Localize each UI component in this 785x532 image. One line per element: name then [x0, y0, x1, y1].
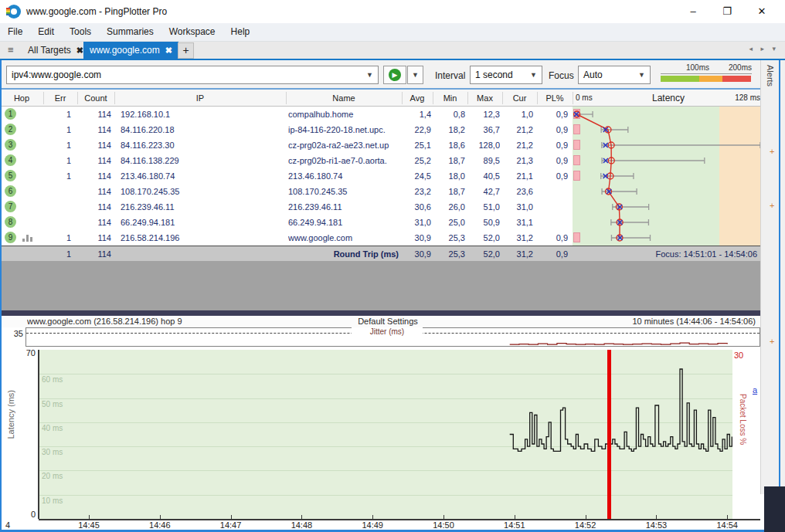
latency-header-min: 0 ms [576, 90, 607, 107]
round-trip-row[interactable]: 1 114 Round Trip (ms) 30,9 25,3 52,0 31,… [0, 246, 785, 261]
cell-cur: 21,3 [502, 153, 533, 168]
cell-avg: 30,6 [402, 199, 431, 215]
legend-segment [661, 76, 699, 82]
x-tick-label: 14:47 [214, 520, 248, 530]
menu-item-summaries[interactable]: Summaries [99, 23, 161, 41]
hop-latency-chart[interactable] [573, 107, 761, 246]
latency-axis-min: 0 [19, 510, 36, 519]
column-header-ip[interactable]: IP [114, 90, 286, 107]
column-header-min[interactable]: Min [433, 90, 467, 107]
x-tick-mark [231, 515, 232, 519]
cell-pl: 0,9 [537, 137, 568, 153]
cell-avg: 1,4 [402, 107, 431, 122]
cell-count: 114 [77, 184, 111, 199]
start-button[interactable]: ▶ [383, 66, 406, 84]
cell-err [43, 215, 71, 230]
focus-select[interactable]: Auto ▼ [578, 66, 651, 84]
column-header-name[interactable]: Name [286, 90, 402, 107]
splitter-expand-icon-2[interactable]: + [770, 201, 774, 210]
cell-avg: 22,9 [402, 122, 431, 137]
column-header-err[interactable]: Err [43, 90, 77, 107]
tab-all-targets[interactable]: All Targets✖ [22, 42, 90, 59]
app-logo-icon [7, 5, 21, 19]
alerts-tab[interactable]: Alerts [766, 65, 775, 86]
cell-max: 89,5 [467, 153, 500, 168]
cell-ip: 66.249.94.181 [121, 215, 283, 230]
new-tab-button[interactable]: + [178, 42, 194, 59]
menu-item-workspace[interactable]: Workspace [161, 23, 223, 41]
column-header-count[interactable]: Count [77, 90, 114, 107]
cell-cur: 1,0 [502, 107, 533, 122]
target-value: ipv4:www.google.com [12, 69, 101, 80]
hop-number-badge: 2 [5, 124, 16, 135]
summary-err: 1 [43, 246, 71, 262]
tab-www-google-com-label: www.google.com [90, 45, 160, 56]
tab-all-targets-close-icon[interactable]: ✖ [76, 46, 83, 55]
tab-scroll-arrows[interactable]: ◂ ▸ ▾ [749, 45, 779, 53]
timeline-settings-label[interactable]: Default Settings [295, 316, 481, 327]
column-header-pl[interactable]: PL% [537, 90, 573, 107]
cell-pl [537, 199, 568, 215]
right-edge [780, 60, 785, 486]
latency-header-title[interactable]: Latency [610, 90, 726, 107]
cell-max: 128,0 [467, 137, 500, 153]
focus-range-text: Focus: 14:51:01 - 14:54:06 [541, 246, 757, 262]
cell-err: 1 [43, 122, 71, 137]
hop-number-badge: 8 [5, 216, 16, 228]
hop-number-badge: 7 [5, 201, 16, 212]
cell-min: 18,0 [433, 168, 465, 184]
x-tick-mark [515, 515, 515, 519]
cell-count: 114 [77, 230, 111, 246]
menu-item-tools[interactable]: Tools [62, 23, 99, 41]
menu-item-help[interactable]: Help [223, 23, 258, 41]
interval-value: 1 second [475, 69, 513, 80]
menu-item-file[interactable]: File [0, 23, 30, 41]
cell-ip: 192.168.10.1 [121, 107, 283, 122]
tab-menu-icon[interactable]: ≡ [8, 44, 14, 56]
focus-dropdown-icon[interactable]: ▼ [638, 66, 645, 83]
cell-err: 1 [43, 137, 71, 153]
close-button[interactable]: ✕ [749, 3, 775, 20]
cell-ip: 84.116.223.30 [121, 137, 283, 153]
tab-www-google-com[interactable]: www.google.com✖ [83, 42, 178, 59]
hop-number-badge: 1 [5, 108, 16, 120]
x-tick-label: 14:51 [498, 520, 532, 530]
tab-www-google-com-close-icon[interactable]: ✖ [165, 46, 172, 55]
cell-cur: 31,1 [502, 215, 533, 230]
x-tick-label: 14:46 [143, 520, 177, 530]
menu-item-edit[interactable]: Edit [30, 23, 62, 41]
pane-splitter[interactable] [2, 261, 780, 310]
tab-bar: ≡ All Targets✖ www.google.com✖ + ◂ ▸ ▾ [0, 42, 785, 59]
latency-scale-legend: 100ms 200ms [661, 63, 752, 82]
focus-marker-line[interactable] [607, 350, 611, 519]
column-header-hop[interactable]: Hop [0, 90, 43, 107]
cell-avg: 25,1 [402, 137, 431, 153]
interval-select[interactable]: 1 second ▼ [470, 66, 542, 84]
pingplotter-window: www.google.com - PingPlotter Pro – ❐ ✕ F… [0, 0, 785, 532]
clipped-link-fragment[interactable]: a [753, 385, 757, 395]
maximize-button[interactable]: ❐ [714, 3, 740, 20]
x-tick-mark [301, 515, 302, 519]
packet-loss-axis-max: 30 [734, 351, 743, 360]
jitter-axis-max: 35 [6, 329, 23, 338]
summary-max: 52,0 [467, 246, 500, 262]
column-header-cur[interactable]: Cur [502, 90, 537, 107]
x-tick-label: 14:49 [355, 520, 389, 530]
cell-ip: 216.58.214.196 [121, 230, 283, 246]
cell-pl: 0,9 [537, 230, 568, 246]
cell-min: 25,0 [433, 215, 465, 230]
minimize-button[interactable]: – [680, 3, 706, 20]
target-dropdown-icon[interactable]: ▼ [366, 66, 373, 83]
column-header-max[interactable]: Max [467, 90, 502, 107]
legend-segment [699, 76, 722, 82]
column-header-avg[interactable]: Avg [402, 90, 433, 107]
start-options-dropdown[interactable]: ▼ [407, 66, 423, 84]
cell-count: 114 [77, 137, 111, 153]
splitter-expand-icon-3[interactable]: + [770, 337, 774, 346]
x-tick-label: 14:54 [710, 520, 744, 530]
target-input[interactable]: ipv4:www.google.com ▼ [6, 66, 379, 84]
interval-dropdown-icon[interactable]: ▼ [530, 66, 537, 83]
x-tick-label: 14:45 [72, 520, 106, 530]
splitter-expand-icon-1[interactable]: + [770, 147, 774, 156]
timeline-range-label[interactable]: 10 minutes (14:44:06 - 14:54:06) [496, 316, 756, 327]
